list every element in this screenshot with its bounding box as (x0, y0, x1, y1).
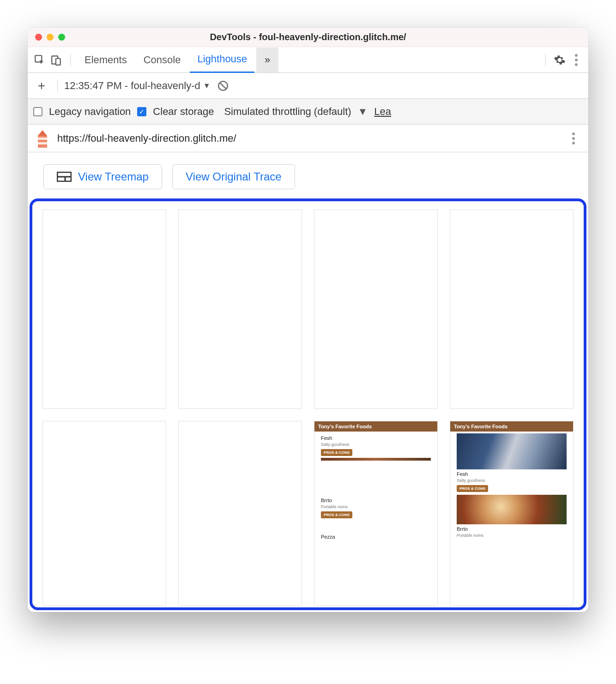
clear-icon[interactable] (217, 80, 229, 92)
mini-item-subtitle: Salty goodness (457, 478, 567, 483)
mini-item-subtitle: Portable noms (321, 504, 431, 509)
report-menu-icon[interactable] (566, 131, 581, 146)
legacy-navigation-label: Legacy navigation (49, 106, 131, 118)
mini-item-title: Fesh (457, 471, 567, 477)
maximize-window-button[interactable] (58, 34, 65, 41)
devtools-window: DevTools - foul-heavenly-direction.glitc… (28, 28, 588, 612)
close-window-button[interactable] (35, 34, 42, 41)
mini-pros-cons-button: PROS & CONS (321, 449, 352, 456)
filmstrip: Tony's Favorite Foods Fesh Salty goodnes… (42, 210, 574, 606)
filmstrip-frame[interactable] (450, 210, 574, 409)
minimize-window-button[interactable] (47, 34, 54, 41)
panel-tabstrip: Elements Console Lighthouse » (28, 47, 588, 73)
more-tabs-button[interactable]: » (256, 48, 278, 72)
clear-storage-label: Clear storage (153, 106, 214, 118)
audit-options-bar: Legacy navigation ✓ Clear storage Simula… (28, 99, 588, 125)
mini-item-image (321, 458, 431, 461)
treemap-icon (57, 172, 72, 182)
filmstrip-frame[interactable]: Tony's Favorite Foods Fesh Salty goodnes… (314, 421, 438, 606)
mini-item-title: Fesh (321, 435, 431, 441)
settings-icon[interactable] (552, 53, 567, 67)
view-treemap-button[interactable]: View Treemap (43, 164, 162, 189)
svg-rect-2 (56, 58, 60, 65)
report-dropdown-label: 12:35:47 PM - foul-heavenly-d (64, 80, 200, 92)
chevron-down-icon[interactable]: ▼ (358, 106, 368, 118)
tab-console[interactable]: Console (136, 48, 188, 72)
learn-more-link[interactable]: Lea (374, 106, 391, 118)
legacy-navigation-checkbox[interactable] (33, 107, 42, 116)
lighthouse-icon (35, 129, 50, 148)
view-original-trace-label: View Original Trace (186, 170, 282, 183)
filmstrip-frame[interactable] (314, 210, 438, 409)
report-actions: View Treemap View Original Trace (28, 152, 588, 198)
audited-url-bar: https://foul-heavenly-direction.glitch.m… (28, 125, 588, 152)
filmstrip-frame[interactable] (42, 421, 166, 606)
chevron-down-icon: ▼ (203, 82, 211, 90)
more-options-icon[interactable] (569, 53, 584, 67)
filmstrip-frame[interactable] (42, 210, 166, 409)
traffic-lights (35, 34, 65, 41)
tab-lighthouse[interactable]: Lighthouse (190, 47, 254, 73)
svg-rect-5 (38, 136, 47, 148)
audited-url-text: https://foul-heavenly-direction.glitch.m… (57, 132, 559, 144)
filmstrip-highlight: Tony's Favorite Foods Fesh Salty goodnes… (30, 198, 586, 610)
svg-rect-8 (38, 142, 47, 144)
titlebar: DevTools - foul-heavenly-direction.glitc… (28, 28, 588, 47)
throttling-label: Simulated throttling (default) (224, 106, 351, 118)
mini-item-title: Brrto (321, 498, 431, 503)
filmstrip-frame[interactable]: Tony's Favorite Foods Fesh Salty goodnes… (450, 421, 574, 606)
mini-page-header: Tony's Favorite Foods (450, 421, 573, 432)
view-original-trace-button[interactable]: View Original Trace (172, 164, 295, 189)
report-dropdown[interactable]: 12:35:47 PM - foul-heavenly-d ▼ (64, 80, 211, 92)
tab-elements[interactable]: Elements (77, 48, 134, 72)
inspect-icon[interactable] (32, 53, 47, 67)
svg-marker-6 (38, 130, 47, 136)
mini-pros-cons-button: PROS & CONS (457, 485, 488, 492)
svg-line-4 (220, 82, 226, 89)
mini-item-title: Brrto (457, 526, 567, 532)
mini-item-subtitle: Portable noms (457, 533, 567, 538)
mini-pros-cons-button: PROS & CONS (321, 511, 352, 518)
window-title: DevTools - foul-heavenly-direction.glitc… (28, 32, 588, 42)
mini-item-subtitle: Salty goodness (321, 442, 431, 447)
clear-storage-checkbox[interactable]: ✓ (137, 107, 146, 116)
view-treemap-label: View Treemap (78, 170, 149, 183)
mini-item-image (457, 495, 567, 524)
filmstrip-frame[interactable] (178, 210, 302, 409)
mini-item-image (457, 433, 567, 469)
mini-item-title: Pezza (321, 534, 431, 540)
filmstrip-frame[interactable] (178, 421, 302, 606)
device-toolbar-icon[interactable] (49, 53, 64, 67)
svg-rect-7 (38, 138, 47, 140)
new-report-button[interactable]: + (32, 78, 51, 93)
report-selector-bar: + 12:35:47 PM - foul-heavenly-d ▼ (28, 73, 588, 99)
mini-page-header: Tony's Favorite Foods (314, 421, 437, 432)
